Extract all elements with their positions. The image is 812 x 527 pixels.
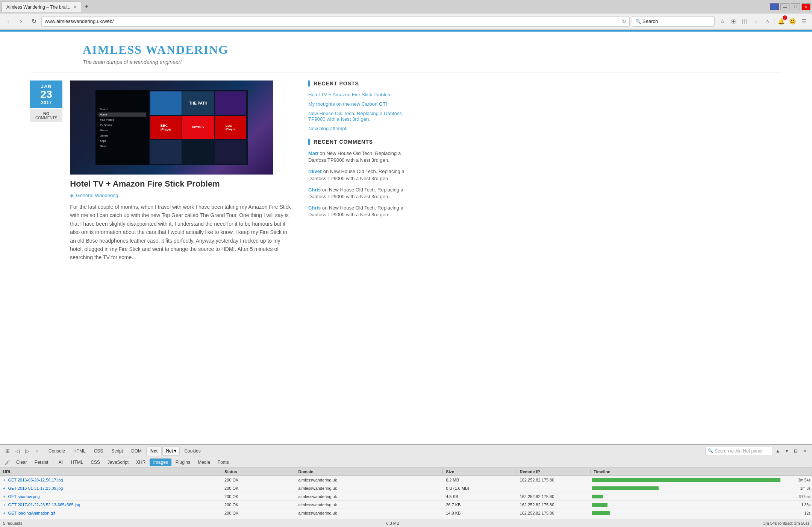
history-button[interactable]: ⊞ <box>728 16 739 27</box>
row-timeline-1: 3m 54s <box>591 476 812 484</box>
avatar-button[interactable]: 😊 <box>787 16 798 27</box>
bookmark-button[interactable]: ☆ <box>717 16 727 27</box>
post-title[interactable]: Hotel TV + Amazon Fire Stick Problem <box>70 179 293 189</box>
row-size-5: 14.9 KB <box>443 511 517 515</box>
recent-post-4[interactable]: New blog attempt! <box>308 126 406 131</box>
col-url: URL <box>0 469 221 474</box>
site-header: AIMLESS WANDERING The brain dumps of a w… <box>0 32 812 73</box>
tv-menu-item-movies: Movies <box>98 128 146 132</box>
filter-css[interactable]: CSS <box>87 459 103 466</box>
filter-media[interactable]: Media <box>194 459 214 466</box>
devtools-search-input[interactable]: Search within Net panel <box>715 448 762 454</box>
search-bar[interactable]: 🔍 Search <box>632 16 715 27</box>
timeline-bar-2 <box>592 486 659 490</box>
new-tab-button[interactable]: + <box>81 2 92 12</box>
main-layout: JAN 23 2017 NO COMMENTS <box>0 73 812 262</box>
recent-post-1[interactable]: Hotel TV + Amazon Fire Stick Problem <box>308 92 406 97</box>
home-button[interactable]: ⌂ <box>762 16 773 27</box>
minimize-button[interactable]: — <box>780 3 789 10</box>
notifications-button[interactable]: 🔔 2 <box>776 16 786 27</box>
reload-button[interactable]: ↻ <box>29 16 39 27</box>
devtools-icon-1[interactable]: ⊞ <box>3 447 12 456</box>
devtools-nav-up[interactable]: ▲ <box>774 447 782 455</box>
devtools-icon-back[interactable]: ◁ <box>13 447 22 456</box>
devtools-nav-down[interactable]: ▼ <box>783 447 791 455</box>
devtools-status-bar: 5 requests 6.3 MB 3m 54s (onload: 3m 56s… <box>0 519 812 527</box>
filter-images[interactable]: Images <box>150 459 171 466</box>
devtools-tab-console[interactable]: Console <box>45 447 69 455</box>
comment-2: rdiver on New House Old Tech. Replacing … <box>308 168 406 182</box>
tv-menu-item-apps: Apps <box>98 139 146 143</box>
row-domain-2: aimlesswandering.uk <box>295 486 443 491</box>
navigation-bar: ‹ › ↻ www.aimlesswandering.uk/web/ ↻ 🔍 S… <box>0 14 812 29</box>
devtools-icon-forward[interactable]: ▷ <box>23 447 32 456</box>
row-domain-1: aimlesswandering.uk <box>295 478 443 482</box>
devtools-tab-html[interactable]: HTML <box>70 447 89 455</box>
date-box: JAN 23 2017 <box>30 80 62 108</box>
devtools-nav-icons: ▲ ▼ ⊟ × <box>774 447 809 455</box>
date-column: JAN 23 2017 NO COMMENTS <box>30 80 62 262</box>
maximize-button[interactable]: □ <box>791 3 800 10</box>
table-row[interactable]: + GET 2017-01-22-23.52.13-665x365.jpg 20… <box>0 501 812 509</box>
devtools-icon-menu[interactable]: ≡ <box>32 447 41 456</box>
timeline-bar-1 <box>592 478 780 482</box>
pocket-button[interactable]: ◫ <box>739 16 750 27</box>
col-domain: Domain <box>295 469 443 474</box>
comment-author-1: Matt <box>308 150 318 156</box>
menu-button[interactable]: ☰ <box>798 16 809 27</box>
tv-menu-item-search: Search <box>98 107 146 111</box>
back-button[interactable]: ‹ <box>3 16 14 27</box>
site-title: AIMLESS WANDERING <box>83 43 812 57</box>
table-row[interactable]: + GET shadow.png 200 OK aimlesswandering… <box>0 492 812 501</box>
category-name[interactable]: General Wandering <box>76 193 118 198</box>
post-content: Search Home Your Videos TV Shows Movies … <box>70 80 293 262</box>
filter-persist[interactable]: Persist <box>31 459 52 466</box>
toolbar-separator <box>774 18 774 25</box>
filter-all[interactable]: All <box>55 459 67 466</box>
table-row[interactable]: + GET 2016-01-31-17.23.09.jpg 200 OK aim… <box>0 484 812 492</box>
reload-icon-url: ↻ <box>622 18 626 24</box>
devtools-tab-css[interactable]: CSS <box>90 447 107 455</box>
table-row[interactable]: + GET 2016-05-28-12.56.17.jpg 200 OK aim… <box>0 476 812 484</box>
notification-badge: 2 <box>783 15 787 20</box>
col-remote-ip: Remote IP <box>517 469 591 474</box>
tv-cell-3 <box>215 91 246 115</box>
filter-html[interactable]: HTML <box>68 459 87 466</box>
tv-cell-2: THE PATH <box>182 91 214 115</box>
filter-plugins[interactable]: Plugins <box>172 459 194 466</box>
row-size-2: 0 B (1.6 MB) <box>443 486 517 491</box>
row-domain-3: aimlesswandering.uk <box>295 494 443 499</box>
devtools-tab-net[interactable]: Net <box>146 447 162 456</box>
filter-fonts[interactable]: Fonts <box>214 459 232 466</box>
devtools-close-panel-2[interactable]: × <box>801 447 809 455</box>
url-bar[interactable]: www.aimlesswandering.uk/web/ ↻ <box>41 16 630 27</box>
row-status-5: 200 OK <box>221 511 295 515</box>
close-window-button[interactable]: × <box>801 3 810 10</box>
tv-cell-8 <box>182 140 214 164</box>
devtools-tab-cookies[interactable]: Cookies <box>180 447 204 455</box>
comments-label: NO COMMENTS <box>30 109 62 122</box>
forward-button[interactable]: › <box>16 16 26 27</box>
tv-menu-item-music: Music <box>98 144 146 148</box>
devtools-search-bar[interactable]: 🔍 Search within Net panel <box>705 447 773 455</box>
comment-1: Matt on New House Old Tech. Replacing a … <box>308 150 406 164</box>
date-year: 2017 <box>35 100 57 105</box>
devtools-search-icon: 🔍 <box>708 448 713 453</box>
filter-javascript[interactable]: JavaScript <box>104 459 132 466</box>
recent-post-2[interactable]: My thoughts on the new Carbon GT! <box>308 101 406 107</box>
filter-clear[interactable]: Clear <box>13 459 30 466</box>
row-size-4: 26.7 KB <box>443 503 517 507</box>
devtools-net-dropdown[interactable]: Net ▾ <box>162 447 180 456</box>
tv-cell-7 <box>150 140 182 164</box>
devtools-tab-script[interactable]: Script <box>108 447 127 455</box>
site-tagline: The brain dumps of a wandering engineer! <box>83 59 812 65</box>
recent-post-3[interactable]: New House Old Tech. Replacing a Danfoss … <box>308 111 406 122</box>
filter-xhr[interactable]: XHR <box>133 459 149 466</box>
devtools-toolbar: ⊞ ◁ ▷ ≡ Console HTML CSS Script DOM Net … <box>0 445 812 457</box>
table-row[interactable]: + GET loadingAnimation.gif 200 OK aimles… <box>0 509 812 517</box>
tab-close-button[interactable]: × <box>73 4 76 10</box>
active-tab[interactable]: Aimless Wandering – The brai... × <box>2 2 81 12</box>
download-button[interactable]: ↓ <box>751 16 761 27</box>
devtools-close-panel-1[interactable]: ⊟ <box>792 447 800 455</box>
devtools-tab-dom[interactable]: DOM <box>127 447 145 455</box>
